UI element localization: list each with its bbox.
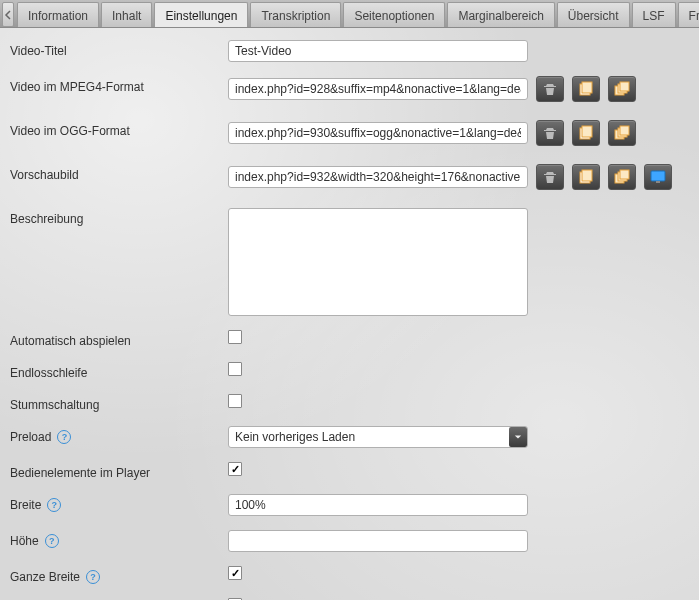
label-video-mp4: Video im MPEG4-Format [10,76,228,94]
svg-rect-15 [651,171,665,181]
tab-inhalt[interactable]: Inhalt [101,2,152,27]
trash-button-ogg[interactable] [536,120,564,146]
svg-rect-1 [582,82,592,93]
label-autoplay: Automatisch abspielen [10,330,228,348]
tab-seitenoptionen[interactable]: Seitenoptionen [343,2,445,27]
full-width-checkbox[interactable] [228,566,242,580]
svg-rect-6 [582,126,592,137]
label-description: Beschreibung [10,208,228,226]
svg-rect-14 [620,170,629,179]
tab-lsf[interactable]: LSF [632,2,676,27]
browse-stack-button-ogg[interactable] [608,120,636,146]
trash-button-mp4[interactable] [536,76,564,102]
preload-select[interactable]: Kein vorheriges Laden [228,426,528,448]
tabs-bar: Information Inhalt Einstellungen Transkr… [0,0,699,28]
label-preload: Preload ? [10,426,228,444]
svg-rect-9 [620,126,629,135]
browse-stack-button-mp4[interactable] [608,76,636,102]
browse-stack-button-preview[interactable] [608,164,636,190]
label-video-ogg: Video im OGG-Format [10,120,228,138]
svg-rect-4 [620,82,629,91]
controls-player-checkbox[interactable] [228,462,242,476]
svg-rect-11 [582,170,592,181]
mute-checkbox[interactable] [228,394,242,408]
video-mp4-input[interactable] [228,78,528,100]
preview-input[interactable] [228,166,528,188]
label-width: Breite ? [10,494,228,512]
help-icon[interactable]: ? [57,430,71,444]
loop-checkbox[interactable] [228,362,242,376]
tab-back-button[interactable] [2,2,14,27]
description-textarea[interactable] [228,208,528,316]
tab-einstellungen[interactable]: Einstellungen [154,2,248,27]
autoplay-checkbox[interactable] [228,330,242,344]
tab-information[interactable]: Information [17,2,99,27]
label-video-title: Video-Titel [10,40,228,58]
trash-button-preview[interactable] [536,164,564,190]
tab-transkription[interactable]: Transkription [250,2,341,27]
tab-freigabe[interactable]: Freigabe [678,2,699,27]
browse-page-button-preview[interactable] [572,164,600,190]
browse-page-button-mp4[interactable] [572,76,600,102]
label-height: Höhe ? [10,530,228,548]
label-controls-player: Bedienelemente im Player [10,462,228,480]
label-preview: Vorschaubild [10,164,228,182]
help-icon[interactable]: ? [47,498,61,512]
video-ogg-input[interactable] [228,122,528,144]
browse-page-button-ogg[interactable] [572,120,600,146]
video-title-input[interactable] [228,40,528,62]
label-loop: Endlosschleife [10,362,228,380]
height-input[interactable] [228,530,528,552]
label-full-width: Ganze Breite ? [10,566,228,584]
tab-uebersicht[interactable]: Übersicht [557,2,630,27]
label-mute: Stummschaltung [10,394,228,412]
svg-rect-16 [656,181,660,183]
monitor-button-preview[interactable] [644,164,672,190]
tab-marginalbereich[interactable]: Marginalbereich [447,2,554,27]
settings-form: Video-Titel Video im MPEG4-Format Video … [0,28,699,600]
help-icon[interactable]: ? [45,534,59,548]
width-input[interactable] [228,494,528,516]
help-icon[interactable]: ? [86,570,100,584]
